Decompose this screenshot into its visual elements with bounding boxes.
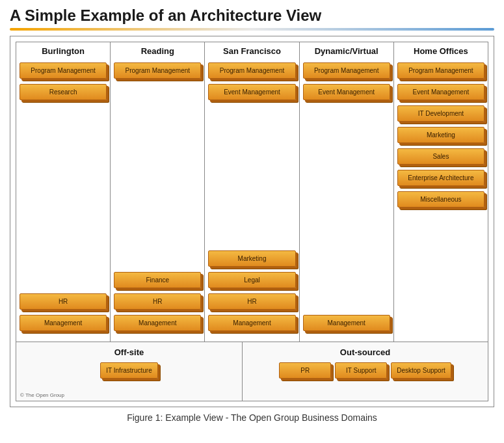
- box-3d: Event Management: [397, 84, 484, 100]
- box-3d: Program Management: [397, 62, 484, 79]
- column-dynamic-virtual: Dynamic/VirtualProgram ManagementEvent M…: [300, 42, 394, 342]
- box-3d: Legal: [208, 272, 295, 288]
- box-label: Legal: [208, 272, 295, 288]
- box-3d: Miscellaneous: [397, 191, 484, 208]
- box-label: Program Management: [208, 62, 295, 79]
- box-3d: Management: [20, 315, 107, 331]
- box-3d: Sales: [397, 148, 484, 165]
- box-3d: Event Management: [208, 84, 295, 100]
- box-label: Enterprise Architecture: [397, 170, 484, 186]
- bottom-left: Off-site IT Infrastructure © The Open Gr…: [16, 342, 243, 401]
- column-header-san-francisco: San Francisco: [223, 46, 281, 56]
- bottom-right: Out-sourced PRIT SupportDesktop Support: [243, 342, 488, 401]
- column-home-offices: Home OfficesProgram ManagementEvent Mana…: [394, 42, 488, 342]
- column-reading: ReadingProgram ManagementFinanceHRManage…: [111, 42, 205, 342]
- box-label: HR: [20, 293, 107, 310]
- box-3d: HR: [114, 293, 201, 310]
- box-label: Program Management: [303, 62, 390, 79]
- copyright-text: © The Open Group: [20, 392, 64, 398]
- page-wrapper: A Simple Example of an Architecture View…: [0, 0, 504, 433]
- box-label: Event Management: [397, 84, 484, 100]
- main-diagram: BurlingtonProgram ManagementResearchHRMa…: [10, 36, 494, 407]
- box-label: HR: [208, 293, 295, 310]
- box-3d: IT Development: [397, 105, 484, 122]
- box-3d: Program Management: [114, 62, 201, 79]
- box-3d: Event Management: [303, 84, 390, 100]
- box-label: Program Management: [20, 62, 107, 79]
- box-label: HR: [114, 293, 201, 310]
- box-label: Research: [20, 84, 107, 100]
- box-label: Management: [208, 315, 295, 331]
- column-burlington: BurlingtonProgram ManagementResearchHRMa…: [16, 42, 111, 342]
- box-label: Event Management: [208, 84, 295, 100]
- box-3d: Program Management: [208, 62, 295, 79]
- bottom-left-boxes: IT Infrastructure: [100, 362, 157, 379]
- box-label: Management: [114, 315, 201, 331]
- page-title: A Simple Example of an Architecture View: [10, 7, 494, 25]
- column-san-francisco: San FranciscoProgram ManagementEvent Man…: [205, 42, 299, 342]
- box-label: Event Management: [303, 84, 390, 100]
- box-3d: Marketing: [397, 127, 484, 143]
- box-3d: Management: [114, 315, 201, 331]
- box-label: Sales: [397, 148, 484, 165]
- bottom-left-header: Off-site: [114, 347, 144, 357]
- bottom-area: Off-site IT Infrastructure © The Open Gr…: [16, 342, 488, 401]
- bottom-right-boxes: PRIT SupportDesktop Support: [279, 362, 451, 379]
- box-3d: Program Management: [20, 62, 107, 79]
- figure-caption: Figure 1: Example View - The Open Group …: [10, 412, 494, 423]
- bottom-box: IT Infrastructure: [100, 362, 157, 379]
- box-3d: Program Management: [303, 62, 390, 79]
- title-bar: A Simple Example of an Architecture View: [10, 7, 494, 31]
- box-3d: Management: [208, 315, 295, 331]
- box-label: Management: [20, 315, 107, 331]
- title-underline: [10, 28, 494, 31]
- bottom-box: Desktop Support: [391, 362, 451, 379]
- columns-area: BurlingtonProgram ManagementResearchHRMa…: [16, 42, 488, 342]
- column-header-reading: Reading: [141, 46, 174, 56]
- box-3d: Enterprise Architecture: [397, 170, 484, 186]
- box-3d: HR: [20, 293, 107, 310]
- box-3d: Finance: [114, 272, 201, 288]
- box-label: Program Management: [114, 62, 201, 79]
- box-label: IT Development: [397, 105, 484, 122]
- box-label: Finance: [114, 272, 201, 288]
- column-header-dynamic-virtual: Dynamic/Virtual: [315, 46, 378, 56]
- box-label: Marketing: [208, 250, 295, 267]
- bottom-box: IT Support: [335, 362, 387, 379]
- box-3d: HR: [208, 293, 295, 310]
- box-3d: Research: [20, 84, 107, 100]
- bottom-right-header: Out-sourced: [340, 347, 390, 357]
- column-header-home-offices: Home Offices: [414, 46, 468, 56]
- box-3d: Management: [303, 315, 390, 331]
- box-label: Miscellaneous: [397, 191, 484, 208]
- box-label: Marketing: [397, 127, 484, 143]
- bottom-box: PR: [279, 362, 331, 379]
- box-3d: Marketing: [208, 250, 295, 267]
- box-label: Program Management: [397, 62, 484, 79]
- column-header-burlington: Burlington: [42, 46, 85, 56]
- box-label: Management: [303, 315, 390, 331]
